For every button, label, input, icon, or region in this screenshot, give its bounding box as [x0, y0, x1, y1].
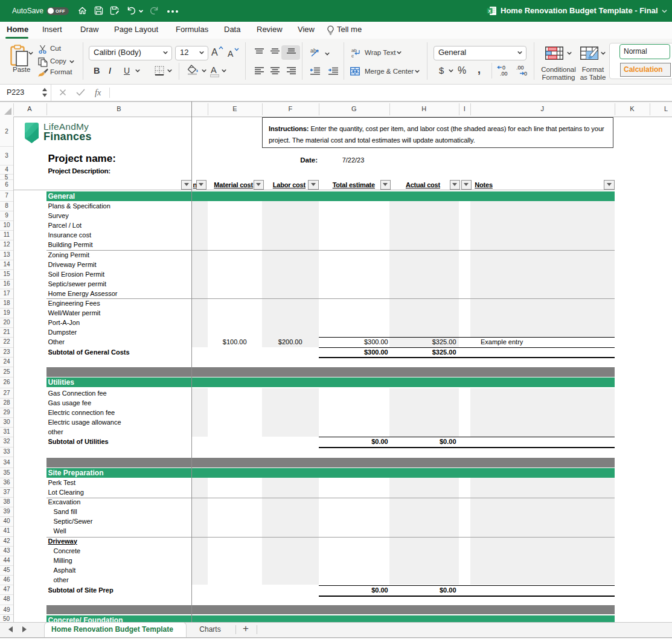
svg-text:X: X [488, 8, 491, 14]
svg-text:.00: .00 [516, 65, 524, 71]
svg-text:0: 0 [524, 71, 527, 77]
svg-text:c: c [351, 53, 354, 58]
svg-text:0: 0 [502, 65, 505, 71]
svg-text:.00: .00 [500, 71, 508, 77]
